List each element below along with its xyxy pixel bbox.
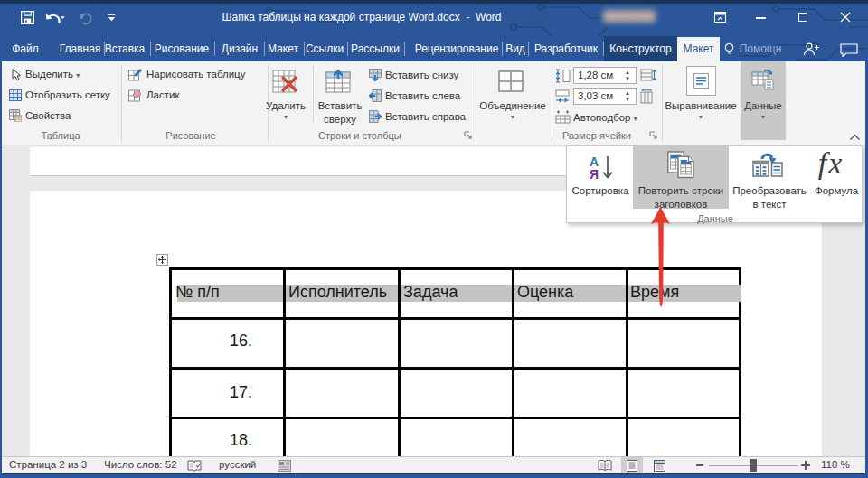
svg-text:Я: Я <box>590 167 599 182</box>
